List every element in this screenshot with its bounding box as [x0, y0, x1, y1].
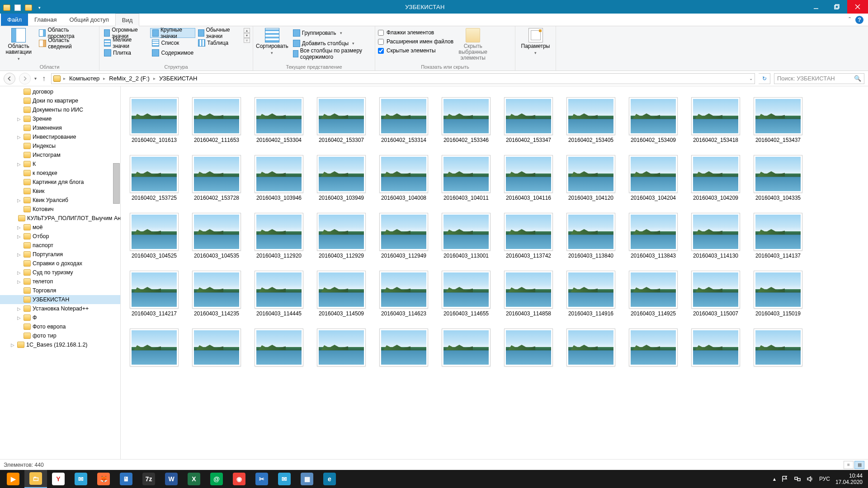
file-thumbnail[interactable] — [191, 328, 242, 366]
layout-content[interactable]: Содержимое — [150, 48, 195, 58]
chevron-right-icon[interactable]: ▸ — [101, 76, 107, 81]
chevron-right-icon[interactable]: ▸ — [151, 76, 157, 81]
expand-icon[interactable]: ▷ — [16, 135, 22, 140]
chk-hidden[interactable]: Скрытые элементы — [378, 46, 453, 55]
tree-item[interactable]: Доки по квартире — [0, 96, 120, 105]
flag-icon[interactable] — [781, 475, 788, 483]
file-thumbnail[interactable]: 20160403_114858 — [503, 271, 554, 317]
sort-button[interactable]: Сортировать ▾ — [256, 28, 288, 56]
tree-item[interactable]: ▷Отбор — [0, 232, 120, 241]
tree-item[interactable]: Изменения — [0, 123, 120, 132]
file-thumbnail[interactable]: 20160403_114137 — [753, 213, 803, 259]
sizecols-button[interactable]: Все столбцы по размеру содержимого — [291, 49, 372, 59]
layout-tiles[interactable]: Плитка — [102, 48, 149, 58]
tree-item[interactable]: Индексы — [0, 141, 120, 150]
taskbar-firefox[interactable]: 🦊 — [92, 470, 115, 488]
tree-item[interactable]: ▷Суд по туризму — [0, 268, 120, 277]
file-thumbnail[interactable]: 20160403_115007 — [690, 271, 741, 317]
file-thumbnail[interactable]: 20160403_115019 — [753, 271, 803, 317]
expand-icon[interactable]: ▷ — [16, 279, 22, 284]
tree-item[interactable]: Фото европа — [0, 322, 120, 331]
tree-item[interactable]: Квик — [0, 187, 120, 196]
file-thumbnail[interactable]: 20160402_153409 — [628, 97, 679, 143]
file-thumbnail[interactable]: 20160403_104335 — [753, 155, 803, 201]
taskbar-mail[interactable]: ✉ — [70, 470, 92, 488]
expand-icon[interactable]: ▷ — [16, 252, 22, 257]
qat-properties-icon[interactable] — [13, 3, 23, 13]
file-thumbnail[interactable]: 20160403_112929 — [316, 213, 367, 259]
hide-selected-button[interactable]: Скрыть выбранные элементы — [456, 28, 490, 61]
tree-item[interactable]: Картинки для блога — [0, 178, 120, 187]
taskbar-anydesk[interactable]: ◉ — [228, 470, 250, 488]
file-thumbnail[interactable]: 20160403_104209 — [690, 155, 741, 201]
file-thumbnail[interactable]: 20160403_114623 — [378, 271, 429, 317]
taskbar-edge[interactable]: e — [318, 470, 341, 488]
view-details-toggle[interactable]: ≡ — [844, 461, 854, 469]
file-thumbnail[interactable]: 20160403_114217 — [129, 271, 179, 317]
tab-home[interactable]: Главная — [28, 14, 63, 26]
file-thumbnail[interactable]: 20160402_153728 — [191, 155, 242, 201]
file-thumbnail[interactable]: 20160403_113001 — [441, 213, 491, 259]
file-thumbnail[interactable] — [753, 328, 803, 366]
file-thumbnail[interactable]: 20160403_103949 — [316, 155, 367, 201]
breadcrumb-computer[interactable]: Компьютер — [68, 75, 100, 82]
file-thumbnail[interactable]: 20160402_153437 — [753, 97, 803, 143]
file-thumbnail[interactable]: 20160403_112949 — [378, 213, 429, 259]
nav-pane-button[interactable]: Область навигации ▾ — [3, 28, 34, 62]
tree-item[interactable]: ▷Португалия — [0, 250, 120, 259]
file-thumbnail[interactable]: 20160402_153314 — [378, 97, 429, 143]
tab-view[interactable]: Вид — [115, 14, 140, 26]
file-thumbnail[interactable]: 20160403_104525 — [129, 213, 179, 259]
tree-item[interactable]: фото тир — [0, 331, 120, 340]
file-thumbnail[interactable]: 20160403_104011 — [441, 155, 491, 201]
address-bar[interactable]: ▸ Компьютер ▸ ReMix_2_2 (F:) ▸ УЗБЕКИСТА… — [51, 73, 755, 84]
tree-item[interactable]: УЗБЕКИСТАН — [0, 295, 120, 304]
file-thumbnail[interactable]: 20160403_104120 — [566, 155, 616, 201]
chevron-right-icon[interactable]: ▸ — [61, 76, 67, 81]
file-thumbnail[interactable] — [628, 328, 679, 366]
taskbar-at[interactable]: @ — [205, 470, 228, 488]
layout-spinner[interactable]: ▴▾▿ — [244, 28, 250, 43]
details-pane-button[interactable]: Область сведений — [37, 38, 96, 48]
file-grid[interactable]: 20160402_10161320160402_11165320160402_1… — [121, 86, 868, 459]
file-thumbnail[interactable]: 20160402_111653 — [191, 97, 242, 143]
back-button[interactable] — [4, 73, 15, 84]
tree-item[interactable]: Котович — [0, 205, 120, 214]
tree-item[interactable]: ▷Установка Notepad++ — [0, 304, 120, 313]
taskbar-media-player[interactable]: ▶ — [2, 470, 24, 488]
layout-list[interactable]: Список — [150, 38, 195, 48]
scrollbar-thumb[interactable] — [113, 163, 120, 204]
layout-table[interactable]: Таблица — [196, 38, 242, 48]
tree-item[interactable]: ▷К — [0, 160, 120, 169]
close-button[interactable] — [847, 0, 868, 14]
taskbar-thunderbird[interactable]: ✉ — [273, 470, 296, 488]
file-thumbnail[interactable] — [441, 328, 491, 366]
file-thumbnail[interactable]: 20160402_153307 — [316, 97, 367, 143]
file-thumbnail[interactable]: 20160403_114445 — [254, 271, 304, 317]
file-thumbnail[interactable]: 20160402_153418 — [690, 97, 741, 143]
tree-item[interactable]: ▷Инвестирование — [0, 132, 120, 141]
tree-item[interactable]: Документы по ИИС — [0, 105, 120, 114]
file-thumbnail[interactable]: 20160402_153304 — [254, 97, 304, 143]
file-thumbnail[interactable]: 20160403_113840 — [566, 213, 616, 259]
minimize-button[interactable] — [806, 0, 826, 14]
file-thumbnail[interactable]: 20160402_153347 — [503, 97, 554, 143]
help-icon[interactable]: ? — [855, 16, 863, 24]
file-thumbnail[interactable]: 20160402_153725 — [129, 155, 179, 201]
file-thumbnail[interactable]: 20160403_104116 — [503, 155, 554, 201]
refresh-button[interactable]: ↻ — [759, 73, 770, 84]
file-thumbnail[interactable]: 20160403_104204 — [628, 155, 679, 201]
expand-icon[interactable]: ▷ — [16, 270, 22, 275]
groupby-button[interactable]: Группировать▾ — [291, 28, 372, 38]
file-thumbnail[interactable]: 20160403_112920 — [254, 213, 304, 259]
options-button[interactable]: Параметры ▾ — [519, 28, 552, 56]
file-thumbnail[interactable]: 20160402_153346 — [441, 97, 491, 143]
taskbar-file-explorer[interactable]: 🗀 — [24, 470, 47, 488]
tree-item[interactable]: Инстограм — [0, 150, 120, 160]
file-thumbnail[interactable] — [690, 328, 741, 366]
file-thumbnail[interactable]: 20160403_114655 — [441, 271, 491, 317]
qat-newfolder-icon[interactable] — [24, 3, 33, 13]
tree-item[interactable]: Торговля — [0, 286, 120, 295]
ribbon-collapse-icon[interactable]: ˆ — [849, 16, 851, 23]
breadcrumb-folder[interactable]: УЗБЕКИСТАН — [158, 75, 198, 82]
